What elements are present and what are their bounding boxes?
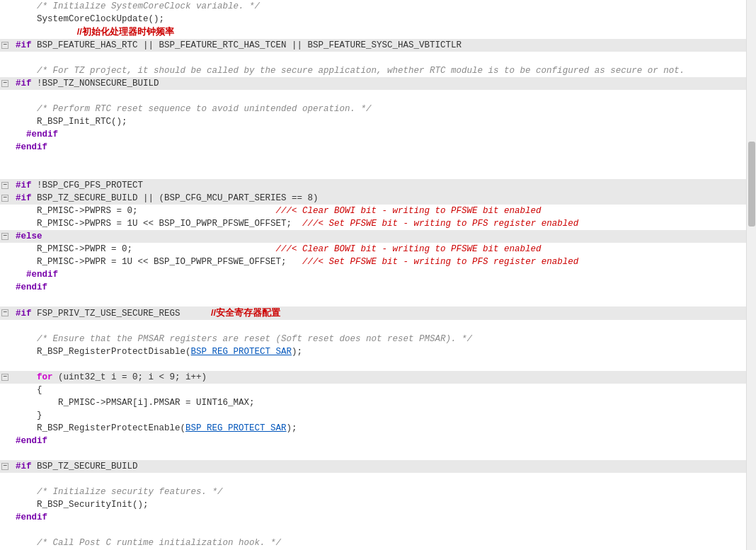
collapse-button[interactable]: − bbox=[1, 42, 8, 49]
code-line bbox=[0, 473, 746, 486]
code-line-section: − #if FSP_PRIV_TZ_USE_SECURE_REGS //安全寄存… bbox=[0, 306, 746, 320]
code-line: R_BSP_RegisterProtectEnable(BSP_REG_PROT… bbox=[0, 422, 746, 435]
scrollbar-thumb[interactable] bbox=[748, 142, 755, 227]
code-line bbox=[0, 447, 746, 460]
code-line-section: − #if !BSP_TZ_NONSECURE_BUILD bbox=[0, 77, 746, 90]
code-line-section: − #if BSP_TZ_SECURE_BUILD bbox=[0, 460, 746, 473]
code-line: #endif bbox=[0, 268, 746, 281]
code-line: #endif bbox=[0, 435, 746, 447]
collapse-button[interactable]: − bbox=[1, 463, 8, 470]
code-line: /* For TZ project, it should be called b… bbox=[0, 64, 746, 77]
code-line-section: − #else bbox=[0, 230, 746, 243]
code-line: R_PMISC->PWPR = 0; ///< Clear BOWI bit -… bbox=[0, 243, 746, 256]
code-line-section: − #if BSP_FEATURE_HAS_RTC || BSP_FEATURE… bbox=[0, 39, 746, 52]
code-line bbox=[0, 358, 746, 371]
code-line-annotation: //初始化处理器时钟频率 bbox=[0, 25, 746, 39]
code-line: R_PMISC->PWPRS = 0; ///< Clear BOWI bit … bbox=[0, 205, 746, 217]
collapse-button[interactable]: − bbox=[1, 195, 8, 202]
code-line bbox=[0, 52, 746, 64]
code-line: #endif bbox=[0, 281, 746, 294]
scrollbar[interactable] bbox=[746, 0, 756, 550]
code-line: SystemCoreClockUpdate(); bbox=[0, 13, 746, 25]
code-line: R_PMISC->PMSAR[i].PMSAR = UINT16_MAX; bbox=[0, 396, 746, 409]
code-editor: /* Initialize SystemCoreClock variable. … bbox=[0, 0, 756, 550]
collapse-button[interactable]: − bbox=[1, 182, 8, 189]
code-line bbox=[0, 154, 746, 166]
code-line: R_PMISC->PWPR = 1U << BSP_IO_PWPR_PFSWE_… bbox=[0, 256, 746, 268]
code-line: R_BSP_RegisterProtectDisable(BSP_REG_PRO… bbox=[0, 345, 746, 358]
code-line: R_BSP_SecurityInit(); bbox=[0, 498, 746, 511]
collapse-button[interactable]: − bbox=[1, 80, 8, 87]
code-line: { bbox=[0, 384, 746, 396]
code-line-section: − #if BSP_TZ_SECURE_BUILD || (BSP_CFG_MC… bbox=[0, 192, 746, 205]
collapse-button[interactable]: − bbox=[1, 309, 8, 316]
code-line: R_BSP_Init_RTC(); bbox=[0, 115, 746, 128]
code-line bbox=[0, 320, 746, 333]
code-line: /* Call Post C runtime initialization ho… bbox=[0, 537, 746, 549]
code-line: /* Initialize security features. */ bbox=[0, 486, 746, 498]
code-line bbox=[0, 90, 746, 103]
code-line-section: − for (uint32_t i = 0; i < 9; i++) bbox=[0, 371, 746, 384]
code-line-section: − #if !BSP_CFG_PFS_PROTECT bbox=[0, 179, 746, 192]
code-line: #endif bbox=[0, 511, 746, 524]
code-area: /* Initialize SystemCoreClock variable. … bbox=[0, 0, 746, 550]
code-line: /* Ensure that the PMSAR registers are r… bbox=[0, 333, 746, 345]
code-line bbox=[0, 166, 746, 179]
collapse-button[interactable]: − bbox=[1, 233, 8, 240]
collapse-button[interactable]: − bbox=[1, 374, 8, 381]
code-line bbox=[0, 294, 746, 306]
code-line: /* Perform RTC reset sequence to avoid u… bbox=[0, 103, 746, 115]
code-line: } bbox=[0, 409, 746, 422]
code-line: #endif bbox=[0, 141, 746, 154]
code-line: R_PMISC->PWPRS = 1U << BSP_IO_PWPR_PFSWE… bbox=[0, 217, 746, 230]
code-line: /* Initialize SystemCoreClock variable. … bbox=[0, 0, 746, 13]
code-line bbox=[0, 524, 746, 537]
code-line: #endif bbox=[0, 128, 746, 141]
